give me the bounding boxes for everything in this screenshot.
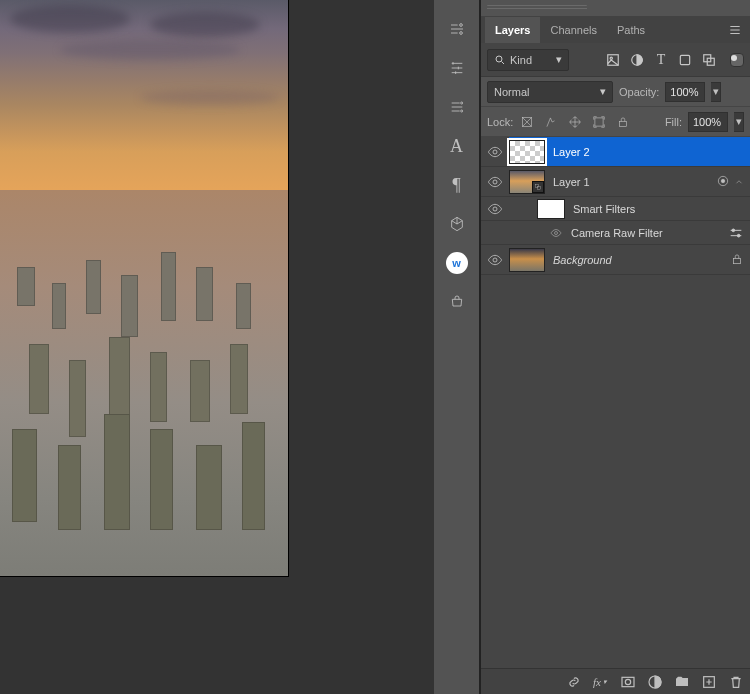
- svg-point-20: [493, 207, 497, 211]
- styles-icon[interactable]: [446, 96, 468, 118]
- layer-row-smart-filters[interactable]: Smart Filters: [481, 197, 750, 221]
- kind-label: Kind: [510, 54, 532, 66]
- filter-mask-thumbnail[interactable]: [537, 199, 565, 219]
- svg-point-4: [496, 56, 502, 62]
- smart-filter-visibility-icon[interactable]: [716, 174, 730, 190]
- filter-blend-options-icon[interactable]: [728, 225, 744, 241]
- layer-thumbnail[interactable]: [509, 248, 545, 272]
- vertical-toolbar: A ¶ w: [434, 0, 480, 694]
- blend-mode-value: Normal: [494, 86, 529, 98]
- svg-point-6: [610, 57, 612, 59]
- svg-point-2: [460, 102, 462, 104]
- new-adjustment-icon[interactable]: [647, 674, 663, 690]
- filter-visibility-toggle[interactable]: [549, 227, 563, 239]
- filter-pixel-icon[interactable]: [606, 53, 620, 67]
- svg-point-1: [459, 32, 462, 35]
- layer-visibility-toggle[interactable]: [481, 252, 509, 268]
- svg-rect-8: [680, 55, 689, 64]
- 3d-panel-icon[interactable]: [446, 213, 468, 235]
- panel-top-strip: [481, 0, 750, 17]
- svg-rect-13: [620, 121, 627, 126]
- lock-artboard-icon[interactable]: [591, 114, 607, 130]
- blend-row: Normal ▾ Opacity: 100% ▾: [481, 77, 750, 107]
- canvas-image[interactable]: [0, 0, 289, 577]
- collapse-icon[interactable]: [734, 177, 744, 187]
- filter-type-icon[interactable]: T: [654, 53, 668, 67]
- paragraph-panel-icon[interactable]: ¶: [446, 174, 468, 196]
- web-icon[interactable]: w: [446, 252, 468, 274]
- smart-filters-label: Smart Filters: [573, 203, 744, 215]
- fill-dropdown-icon[interactable]: ▾: [734, 112, 744, 132]
- new-group-icon[interactable]: [674, 674, 690, 690]
- layer-kind-dropdown[interactable]: Kind ▾: [487, 49, 569, 71]
- opacity-dropdown-icon[interactable]: ▾: [711, 82, 721, 102]
- layer-name[interactable]: Layer 1: [553, 176, 708, 188]
- svg-point-19: [721, 179, 725, 183]
- svg-rect-12: [595, 117, 603, 125]
- svg-rect-17: [537, 186, 540, 189]
- lock-image-icon[interactable]: [543, 114, 559, 130]
- layer-row-camera-raw[interactable]: Camera Raw Filter: [481, 221, 750, 245]
- filter-name[interactable]: Camera Raw Filter: [571, 227, 720, 239]
- panel-tabs: Layers Channels Paths: [481, 17, 750, 43]
- adjustments-icon[interactable]: [446, 57, 468, 79]
- layer-thumbnail[interactable]: [509, 170, 545, 194]
- svg-point-14: [493, 150, 497, 154]
- tab-channels[interactable]: Channels: [540, 17, 606, 43]
- filter-shape-icon[interactable]: [678, 53, 692, 67]
- svg-point-27: [625, 679, 630, 684]
- blend-mode-dropdown[interactable]: Normal ▾: [487, 81, 613, 103]
- layers-bottom-bar: fx▾: [481, 668, 750, 694]
- filter-toggle[interactable]: [730, 53, 744, 67]
- layer-mask-icon[interactable]: [620, 674, 636, 690]
- layer-row-layer2[interactable]: Layer 2: [481, 137, 750, 167]
- smart-object-badge-icon: [532, 181, 544, 193]
- filter-visibility-toggle[interactable]: [481, 201, 509, 217]
- layer-name[interactable]: Layer 2: [553, 146, 744, 158]
- svg-point-24: [493, 258, 497, 262]
- opacity-input[interactable]: 100%: [665, 82, 705, 102]
- new-layer-icon[interactable]: [701, 674, 717, 690]
- layer-row-layer1[interactable]: Layer 1: [481, 167, 750, 197]
- filter-adjust-icon[interactable]: [630, 53, 644, 67]
- layer-filter-row: Kind ▾ T: [481, 43, 750, 77]
- lock-label: Lock:: [487, 116, 513, 128]
- layer-thumbnail[interactable]: [509, 140, 545, 164]
- svg-point-3: [460, 110, 462, 112]
- character-panel-icon[interactable]: A: [446, 135, 468, 157]
- lock-transparency-icon[interactable]: [519, 114, 535, 130]
- shopping-icon[interactable]: [446, 291, 468, 313]
- tab-paths[interactable]: Paths: [607, 17, 655, 43]
- layer-style-icon[interactable]: fx▾: [593, 674, 609, 690]
- link-layers-icon[interactable]: [566, 674, 582, 690]
- lock-all-icon[interactable]: [615, 114, 631, 130]
- delete-layer-icon[interactable]: [728, 674, 744, 690]
- lock-row: Lock: Fill: 100% ▾: [481, 107, 750, 137]
- fill-input[interactable]: 100%: [688, 112, 728, 132]
- panel-menu-icon[interactable]: [720, 17, 750, 43]
- layer-row-background[interactable]: Background: [481, 245, 750, 275]
- lock-position-icon[interactable]: [567, 114, 583, 130]
- layer-visibility-toggle[interactable]: [481, 137, 509, 166]
- svg-point-22: [732, 229, 735, 232]
- layers-list: Layer 2 Layer 1: [481, 137, 750, 668]
- svg-point-0: [459, 24, 462, 27]
- svg-point-21: [555, 231, 558, 234]
- libraries-icon[interactable]: [446, 18, 468, 40]
- filter-smart-icon[interactable]: [702, 53, 716, 67]
- fill-label: Fill:: [665, 116, 682, 128]
- lock-icon[interactable]: [730, 252, 744, 268]
- lock-icons: [519, 114, 631, 130]
- filter-icons: T: [606, 53, 744, 67]
- svg-point-15: [493, 180, 497, 184]
- opacity-label: Opacity:: [619, 86, 659, 98]
- tab-layers[interactable]: Layers: [485, 17, 540, 43]
- layer-visibility-toggle[interactable]: [481, 174, 509, 190]
- svg-rect-25: [734, 258, 741, 263]
- svg-rect-16: [535, 184, 538, 187]
- svg-point-23: [737, 234, 740, 237]
- layer-name[interactable]: Background: [553, 254, 722, 266]
- panel-area: Layers Channels Paths Kind ▾ T: [480, 0, 750, 694]
- document-canvas[interactable]: [0, 0, 434, 694]
